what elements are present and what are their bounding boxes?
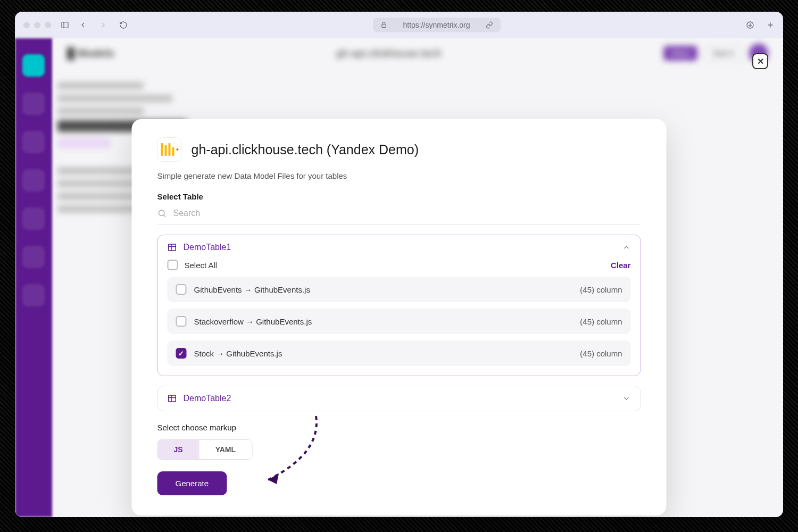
link-icon[interactable]: [486, 21, 493, 29]
search-input[interactable]: [173, 209, 641, 218]
row-checkbox[interactable]: [176, 348, 187, 359]
row-name: Stock → GithubEvents.js: [194, 349, 573, 358]
clear-button[interactable]: Clear: [611, 261, 631, 270]
page-content: █ Models gh-api.clickhouse.tech Docs New…: [15, 38, 783, 517]
group-header[interactable]: DemoTable2: [168, 394, 631, 403]
reload-icon[interactable]: [119, 21, 128, 29]
row-column-count: (45) column: [580, 349, 622, 358]
markup-toggle: JS YAML: [157, 439, 253, 460]
forward-icon[interactable]: [99, 21, 107, 29]
url-bar[interactable]: https://synmetrix.org: [137, 18, 736, 32]
generate-modal: gh-api.clickhouse.tech (Yandex Demo) Sim…: [132, 119, 667, 516]
svg-rect-9: [169, 244, 176, 251]
generate-button[interactable]: Generate: [157, 471, 227, 495]
select-all-label: Select All: [185, 261, 604, 270]
row-name: Stackoverflow → GithubEvents.js: [194, 317, 573, 326]
browser-window: https://synmetrix.org █ Models gh-api.cl…: [15, 12, 783, 517]
row-name: GithubEvents → GithubEvents.js: [194, 285, 573, 294]
markup-option-js[interactable]: JS: [158, 440, 199, 459]
search-icon: [157, 209, 167, 218]
minimize-dot[interactable]: [34, 22, 40, 28]
table-group-1: DemoTable1 Select All Clear GithubEvents…: [157, 235, 641, 376]
table-row[interactable]: Stock → GithubEvents.js (45) column: [168, 340, 631, 366]
row-column-count: (45) column: [580, 317, 622, 326]
table-group-2[interactable]: DemoTable2: [157, 386, 641, 411]
search-field[interactable]: [157, 209, 641, 225]
svg-point-7: [159, 210, 165, 216]
datasource-icon: [157, 137, 182, 162]
close-button[interactable]: ✕: [752, 53, 768, 69]
svg-rect-0: [62, 22, 68, 28]
group-header[interactable]: DemoTable1: [168, 243, 631, 252]
window-controls[interactable]: [23, 22, 51, 28]
svg-rect-2: [382, 24, 386, 27]
svg-line-8: [164, 215, 166, 217]
markup-label: Select choose markup: [157, 423, 641, 432]
new-tab-icon[interactable]: [766, 21, 775, 29]
group-name: DemoTable1: [184, 243, 616, 252]
select-table-label: Select Table: [157, 192, 641, 201]
chevron-down-icon[interactable]: [622, 394, 631, 403]
row-checkbox[interactable]: [176, 316, 187, 327]
modal-subtitle: Simple generate new Data Model Files for…: [157, 171, 641, 180]
row-checkbox[interactable]: [176, 284, 187, 295]
modal-title: gh-api.clickhouse.tech (Yandex Demo): [192, 142, 419, 157]
browser-chrome: https://synmetrix.org: [15, 12, 783, 38]
back-icon[interactable]: [79, 21, 87, 29]
select-all-checkbox[interactable]: [168, 260, 178, 270]
group-name: DemoTable2: [184, 394, 616, 403]
close-dot[interactable]: [23, 22, 30, 28]
downloads-icon[interactable]: [746, 21, 754, 29]
table-icon: [168, 243, 177, 252]
table-row[interactable]: Stackoverflow → GithubEvents.js (45) col…: [168, 309, 631, 334]
row-column-count: (45) column: [580, 285, 622, 294]
table-row[interactable]: GithubEvents → GithubEvents.js (45) colu…: [168, 277, 631, 302]
table-icon: [168, 394, 177, 403]
sidebar-toggle-icon[interactable]: [61, 21, 69, 29]
maximize-dot[interactable]: [45, 22, 51, 28]
chevron-up-icon[interactable]: [622, 243, 631, 252]
markup-option-yaml[interactable]: YAML: [199, 440, 252, 459]
url-text: https://synmetrix.org: [403, 21, 470, 29]
close-icon: ✕: [757, 56, 764, 66]
svg-rect-12: [169, 395, 176, 402]
app-sidebar: [15, 38, 52, 517]
lock-icon: [380, 21, 387, 28]
